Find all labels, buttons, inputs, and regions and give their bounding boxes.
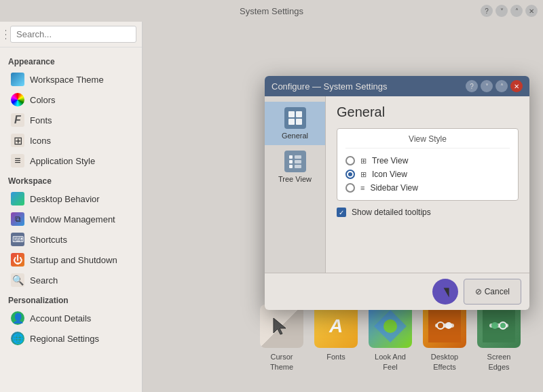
dialog-nav-tree-view[interactable]: Tree View	[265, 145, 325, 189]
dialog-nav-general-label: General	[282, 132, 308, 140]
search-input[interactable]	[10, 26, 136, 43]
section-label-workspace: Workspace	[0, 171, 142, 189]
cursor-arrow-icon	[444, 288, 449, 297]
close-button[interactable]: ✕	[525, 5, 538, 17]
tree-view-radio-icon: ⊞	[360, 157, 367, 165]
svg-rect-19	[295, 160, 301, 163]
title-bar: System Settings ? ˅ ˄ ✕	[0, 0, 543, 22]
sidebar-item-colors[interactable]: Colors	[0, 90, 142, 110]
sidebar-item-startup[interactable]: ⏻ Startup and Shutdown	[0, 250, 142, 270]
svg-point-6	[437, 322, 444, 329]
title-bar-controls: ? ˅ ˄ ✕	[481, 5, 538, 17]
view-style-label: View Style	[345, 134, 510, 149]
app-style-icon: ≡	[11, 154, 24, 168]
sidebar-label-account: Account Details	[30, 313, 91, 324]
radio-btn-icon-view[interactable]	[345, 170, 355, 179]
sidebar-item-search[interactable]: 🔍 Search	[0, 270, 142, 290]
sidebar-label-colors: Colors	[30, 95, 56, 105]
look-icon-box	[369, 305, 412, 348]
sidebar-label-icons: Icons	[30, 136, 51, 146]
sidebar-item-fonts[interactable]: F Fonts	[0, 110, 142, 130]
dialog-body: General	[265, 96, 529, 273]
sidebar-item-window-mgmt[interactable]: ⧉ Window Management	[0, 209, 142, 229]
edges-icon-box	[477, 305, 521, 348]
icons-icon: ⊞	[11, 134, 24, 147]
minimize-button[interactable]: ˅	[495, 5, 508, 17]
bottom-icons-row: CursorTheme A Fonts Look AndFeel	[238, 305, 543, 372]
svg-point-9	[491, 322, 498, 329]
sidebar-item-app-style[interactable]: ≡ Application Style	[0, 151, 142, 171]
icon-view-radio-icon: ⊞	[360, 170, 367, 179]
dialog-footer: ⊘ Cancel	[265, 273, 529, 310]
icon-item-desktop-effects[interactable]: DesktopEffects	[421, 305, 468, 372]
desktop-behavior-icon	[11, 192, 24, 205]
colors-icon	[11, 93, 24, 106]
sidebar-item-regional[interactable]: 🌐 Regional Settings	[0, 328, 142, 349]
dialog-minimize-button[interactable]: ˅	[481, 80, 493, 92]
view-style-box: View Style ⊞ Tree View ⊞ Icon View	[337, 128, 519, 201]
icon-item-look-and-feel[interactable]: Look AndFeel	[367, 305, 414, 372]
dialog-nav-general[interactable]: General	[265, 102, 325, 145]
sidebar-label-app-style: Application Style	[30, 156, 95, 166]
account-icon: 👤	[11, 311, 24, 325]
window-mgmt-icon: ⧉	[11, 212, 24, 226]
radio-btn-tree-view[interactable]	[345, 156, 355, 165]
cursor-theme-label: CursorTheme	[270, 352, 293, 372]
workspace-theme-icon	[11, 73, 24, 86]
radio-label-tree-view: Tree View	[372, 156, 408, 165]
search-nav-icon: 🔍	[11, 273, 24, 287]
sidebar-label-regional: Regional Settings	[30, 334, 99, 344]
desktop-effects-label: DesktopEffects	[431, 352, 458, 372]
svg-rect-16	[289, 160, 293, 163]
radio-sidebar-view[interactable]: ≡ Sidebar View	[345, 181, 510, 195]
dialog-help-button[interactable]: ?	[466, 80, 478, 92]
dialog-content: General View Style ⊞ Tree View ⊞ Icon V	[326, 96, 529, 273]
window-title: System Settings	[240, 6, 303, 16]
dialog-close-button[interactable]: ✕	[510, 80, 523, 92]
configure-dialog: Configure — System Settings ? ˅ ˄ ✕	[265, 76, 529, 310]
sidebar-item-icons[interactable]: ⊞ Icons	[0, 130, 142, 151]
sidebar-label-desktop-behavior: Desktop Behavior	[30, 194, 100, 204]
icon-item-screen-edges[interactable]: ScreenEdges	[475, 305, 523, 372]
menu-icon[interactable]	[5, 30, 6, 39]
sidebar-label-shortcuts: Shortcuts	[30, 235, 67, 245]
svg-rect-14	[296, 119, 302, 125]
main-area: CursorTheme A Fonts Look AndFeel	[143, 22, 543, 392]
sidebar-nav: Appearance Workspace Theme Colors F Font…	[0, 47, 142, 392]
fonts-icon: F	[11, 113, 24, 127]
sidebar-item-account[interactable]: 👤 Account Details	[0, 308, 142, 328]
sidebar: Appearance Workspace Theme Colors F Font…	[0, 22, 143, 392]
checkbox-label: Show detailed tooltips	[352, 208, 431, 217]
effects-icon-box	[423, 305, 466, 348]
icon-item-cursor[interactable]: CursorTheme	[258, 305, 305, 372]
ok-button[interactable]	[432, 279, 458, 305]
dialog-maximize-button[interactable]: ˄	[495, 80, 508, 92]
sidebar-item-desktop-behavior[interactable]: Desktop Behavior	[0, 189, 142, 209]
checkbox-detailed-tooltips[interactable]: ✓ Show detailed tooltips	[337, 208, 519, 217]
radio-tree-view[interactable]: ⊞ Tree View	[345, 154, 510, 168]
shortcuts-icon: ⌨	[11, 233, 24, 246]
svg-rect-11	[288, 111, 295, 117]
radio-label-icon-view: Icon View	[372, 170, 407, 179]
sidebar-view-radio-icon: ≡	[360, 184, 364, 192]
sidebar-item-shortcuts[interactable]: ⌨ Shortcuts	[0, 229, 142, 250]
checkbox-icon[interactable]: ✓	[337, 208, 346, 217]
maximize-button[interactable]: ˄	[510, 5, 523, 17]
dialog-nav-tree-label: Tree View	[278, 175, 312, 183]
section-label-appearance: Appearance	[0, 52, 142, 69]
radio-btn-sidebar-view[interactable]	[345, 183, 355, 193]
section-label-personalization: Personalization	[0, 290, 142, 308]
general-nav-icon	[284, 107, 306, 129]
sidebar-item-workspace-theme[interactable]: Workspace Theme	[0, 69, 142, 90]
cancel-label: ⊘	[475, 287, 484, 296]
sidebar-top	[0, 22, 142, 47]
icon-item-fonts[interactable]: A Fonts	[312, 305, 360, 372]
svg-marker-0	[274, 318, 286, 334]
radio-icon-view[interactable]: ⊞ Icon View	[345, 168, 510, 181]
svg-point-2	[383, 319, 397, 333]
regional-icon: 🌐	[11, 332, 24, 345]
cancel-button[interactable]: ⊘ Cancel	[464, 279, 521, 305]
svg-point-5	[445, 322, 452, 329]
fonts-icon-box: A	[314, 305, 358, 348]
help-button[interactable]: ?	[481, 5, 493, 17]
